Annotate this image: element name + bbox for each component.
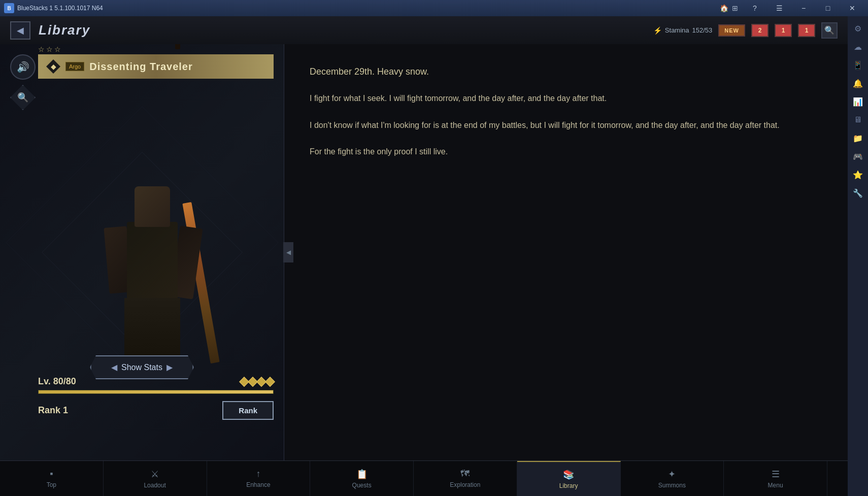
level-row: Lv. 80/80 [38, 376, 274, 387]
back-button[interactable]: ◀ [10, 21, 30, 40]
character-art [66, 110, 239, 374]
level-bar-bg [38, 390, 274, 394]
nav-item-library[interactable]: 📚 Library [517, 461, 621, 496]
game-area: ◀ Library ⚡ Stamina 152/53 NEW 2 1 1 🔍 ☆ [0, 16, 848, 496]
character-image-area [30, 85, 274, 400]
game-header: ◀ Library ⚡ Stamina 152/53 NEW 2 1 1 🔍 [0, 16, 848, 44]
star-2: ☆ [46, 45, 53, 53]
home-icon[interactable]: 🏠 [720, 4, 728, 12]
lore-date: December 29th. Heavy snow. [310, 64, 822, 79]
info-panel: December 29th. Heavy snow. I fight for w… [284, 44, 848, 460]
class-icon: ◆ [46, 59, 60, 74]
stamina-value: 152/53 [692, 26, 713, 34]
nav-icon-exploration: 🗺 [460, 469, 470, 479]
app-title: BlueStacks 1 5.1.100.1017 N64 [17, 5, 720, 12]
level-bar-fill [39, 390, 273, 393]
menu-button[interactable]: ☰ [767, 0, 791, 16]
badge-2[interactable]: 2 [751, 24, 769, 37]
sidebar-icon-1[interactable]: ⚙ [851, 21, 865, 36]
nav-item-enhance[interactable]: ↑ Enhance [207, 461, 311, 496]
sound-icon: 🔊 [17, 61, 29, 73]
stamina-group: ⚡ Stamina 152/53 [653, 26, 712, 35]
stamina-icon: ⚡ [653, 26, 662, 35]
nav-label-exploration: Exploration [450, 481, 480, 488]
app-logo: B [4, 3, 14, 13]
nav-label-enhance: Enhance [246, 481, 270, 488]
zoom-icon: 🔍 [17, 92, 28, 103]
nav-item-quests[interactable]: 📋 Quests [310, 461, 414, 496]
nav-icon-loadout: ⚔ [151, 469, 159, 480]
character-body [96, 151, 208, 374]
sidebar-icon-4[interactable]: 🔔 [851, 76, 865, 90]
nav-icon-top: ▪ [50, 469, 53, 479]
nav-item-loadout[interactable]: ⚔ Loadout [104, 461, 207, 496]
nav-label-quests: Quests [352, 482, 372, 489]
sidebar-icon-8[interactable]: 🎮 [851, 149, 865, 163]
character-stars: ☆ ☆ ☆ [38, 45, 61, 53]
nav-label-loadout: Loadout [144, 482, 165, 489]
nav-item-menu[interactable]: ☰ Menu [724, 461, 827, 496]
header-right-group: ⚡ Stamina 152/53 NEW 2 1 1 🔍 [653, 22, 838, 39]
nav-item-exploration[interactable]: 🗺 Exploration [414, 461, 517, 496]
nav-label-summons: Summons [658, 482, 686, 489]
right-sidebar: ⚙ ☁ 📱 🔔 📊 🖥 📁 🎮 ⭐ 🔧 [848, 16, 868, 496]
nav-item-summons[interactable]: ✦ Summons [621, 461, 724, 496]
character-name-card: ☆ ☆ ☆ ◆ Argo Dissenting Traveler [38, 54, 274, 79]
collapse-arrow[interactable]: ◀ [283, 242, 293, 262]
lore-paragraph-1: I fight for what I seek. I will fight to… [310, 91, 822, 106]
star-3: ☆ [54, 45, 61, 53]
nav-icon-library: 📚 [563, 469, 574, 480]
nav-label-library: Library [559, 482, 578, 489]
badge-1b[interactable]: 1 [798, 24, 815, 37]
minimize-button[interactable]: − [792, 0, 815, 16]
nav-label-menu: Menu [768, 482, 783, 489]
window-controls: ? ☰ − □ ✕ [743, 0, 864, 16]
main-content: ☆ ☆ ☆ ◆ Argo Dissenting Traveler 🔊 🔍 [0, 44, 848, 460]
help-button[interactable]: ? [743, 0, 766, 16]
titlebar-icons: 🏠 ⊞ [720, 4, 739, 12]
level-text: Lv. 80/80 [38, 376, 76, 387]
nav-icon-summons: ✦ [668, 469, 676, 480]
nav-icon-enhance: ↑ [256, 469, 260, 479]
level-section: Lv. 80/80 Rank 1 Rank [38, 376, 274, 420]
body-torso [127, 222, 178, 303]
bottom-nav: ▪ Top ⚔ Loadout ↑ Enhance 📋 Quests 🗺 Exp… [0, 460, 827, 496]
rank-row: Rank 1 Rank [38, 401, 274, 420]
nav-label-top: Top [47, 481, 56, 488]
nav-icon-quests: 📋 [356, 469, 368, 480]
page-title: Library [39, 22, 90, 38]
show-stats-button[interactable]: Show Stats [90, 355, 194, 379]
badge-1a[interactable]: 1 [775, 24, 792, 37]
maximize-button[interactable]: □ [816, 0, 840, 16]
character-tag: Argo [65, 62, 84, 71]
badge-new[interactable]: NEW [718, 24, 745, 37]
sidebar-icon-7[interactable]: 📁 [851, 131, 865, 145]
lore-paragraph-3: For the fight is the only proof I still … [310, 145, 822, 159]
rank-diamond-4 [265, 377, 275, 387]
rank-button[interactable]: Rank [222, 401, 274, 420]
sidebar-icon-5[interactable]: 📊 [851, 94, 865, 109]
body-head [135, 186, 170, 227]
sidebar-icon-3[interactable]: 📱 [851, 58, 865, 72]
nav-item-top[interactable]: ▪ Top [0, 461, 104, 496]
sidebar-icon-2[interactable]: ☁ [851, 40, 865, 54]
sidebar-icon-9[interactable]: ⭐ [851, 168, 865, 182]
character-panel: ☆ ☆ ☆ ◆ Argo Dissenting Traveler 🔊 🔍 [0, 44, 284, 460]
character-silhouette [66, 110, 239, 374]
multi-icon[interactable]: ⊞ [731, 4, 739, 12]
sound-button[interactable]: 🔊 [10, 54, 36, 80]
rank-label: Rank 1 [38, 405, 68, 416]
titlebar: B BlueStacks 1 5.1.100.1017 N64 🏠 ⊞ ? ☰ … [0, 0, 868, 16]
rank-diamonds [241, 378, 274, 385]
character-name: Dissenting Traveler [89, 61, 193, 73]
close-button[interactable]: ✕ [841, 0, 864, 16]
lore-paragraph-2: I don't know if what I'm looking for is … [310, 118, 822, 133]
nav-icon-menu: ☰ [772, 469, 780, 480]
search-button[interactable]: 🔍 [821, 22, 838, 39]
sidebar-icon-6[interactable]: 🖥 [851, 113, 865, 127]
sidebar-icon-10[interactable]: 🔧 [851, 186, 865, 200]
stamina-label: Stamina [665, 26, 689, 34]
star-1: ☆ [38, 45, 45, 53]
